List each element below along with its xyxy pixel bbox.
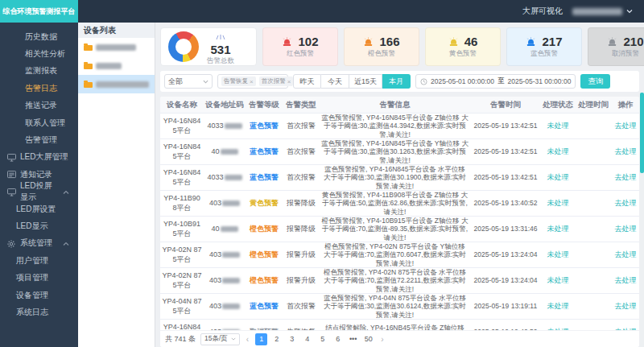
device-name: YP4-10B915平台 [160,217,204,242]
page-button-3[interactable]: 3 [286,333,298,345]
handle-status: 未处理 [541,217,575,242]
handle-action-link[interactable]: 去处理 [612,217,639,242]
page-button-5[interactable]: 5 [316,333,328,345]
user-menu[interactable] [572,8,633,15]
address-visible: 403 [209,302,221,311]
sidebar-item-LED屏设置[interactable]: LED屏设置 [0,200,78,217]
alert-level: 蓝色预警 [246,294,283,319]
stats-row: 531 告警总数 102红色预警166橙色预警46黄色预警217蓝色预警210取… [160,27,639,66]
sidebar-item-label: 联系人管理 [25,118,65,129]
handle-action-link[interactable]: 去处理 [612,268,639,293]
vertical-scrollbar[interactable] [640,93,644,347]
handle-action-link[interactable]: 去处理 [612,191,639,216]
device-tree-item-2[interactable] [78,56,155,75]
big-screen-link[interactable]: 大屏可视化 [522,6,563,17]
date-range-picker[interactable]: 2025-05-01 00:00:00 至 2025-05-31 00:00:0… [415,74,576,89]
sidebar-item-label: 用户管理 [16,255,48,266]
alert-time: 2025-05-19 13:42:51 [470,165,541,190]
stat-value: 102 [298,35,318,48]
sidebar-item-LED投屏显示[interactable]: LED投屏显示 [0,184,78,200]
range-button-今天[interactable]: 今天 [321,74,349,89]
page-button-6[interactable]: 6 [332,333,344,345]
scrollbar-thumb[interactable] [640,93,644,173]
device-list-title: 设备列表 [78,23,155,38]
device-tree-item-3[interactable] [78,75,155,93]
filter-tag-告警恢复[interactable]: 告警恢复× [221,76,256,86]
prev-page-button[interactable]: ‹ [245,335,250,344]
search-button[interactable]: 查询 [580,74,610,89]
handle-action-link[interactable]: 去处理 [612,114,639,138]
column-header-告警时间: 告警时间 [470,97,541,113]
tag-close-icon[interactable]: × [287,78,291,85]
page-button-1[interactable]: 1 [255,333,267,345]
sidebar-item-系统管理[interactable]: 系统管理 [0,235,78,252]
scope-select[interactable]: 全部 [164,74,213,89]
sidebar-item-LED显示[interactable]: LED显示 [0,217,78,234]
device-address: 40 [204,139,246,164]
address-redacted [222,304,240,309]
handle-action-link[interactable]: 去处理 [612,242,639,267]
sidebar-item-监测报表[interactable]: 监测报表 [0,63,78,80]
page-button-4[interactable]: 4 [301,333,313,345]
next-page-button[interactable]: › [379,335,385,344]
stat-value: 217 [542,35,562,48]
sidebar-item-用户管理[interactable]: 用户管理 [0,252,78,269]
device-address: 403 [204,294,246,319]
tag-close-icon[interactable]: × [250,78,254,85]
sidebar-item-相关性分析[interactable]: 相关性分析 [0,45,78,62]
range-button-昨天[interactable]: 昨天 [293,74,321,89]
total-alerts-label: 告警总数 [207,56,234,66]
pagination-bar: 共 741 条 15条/页 ‹ 123456•••50 › [160,330,639,347]
alert-info: 橙色预警报警, YP4-02N 875平台设备 Y轴位移 大于等于阈值:70,监… [320,242,470,267]
device-address: 4033 [204,114,246,138]
alert-time: 2025-05-19 13:24:04 [470,268,541,293]
handle-action-link[interactable]: 去处理 [612,139,639,164]
sidebar-item-LED大屏管理[interactable]: LED大屏管理 [0,149,78,166]
alarm-type-multiselect[interactable]: 告警恢复×首次报警× [217,74,288,89]
range-button-本月[interactable]: 本月 [382,74,411,89]
siren-icon [526,36,536,47]
sidebar-item-项目管理[interactable]: 项目管理 [0,269,78,286]
alert-table: 设备名称设备地址码告警等级告警类型告警信息告警时间处理状态处理时间操作 YP4-… [160,97,639,347]
stat-value: 210 [623,35,643,48]
sidebar-item-告警日志[interactable]: 告警日志 [0,80,78,97]
sidebar-item-设备管理[interactable]: 设备管理 [0,287,78,304]
sidebar-item-label: 告警管理 [25,134,57,146]
stat-label: 橙色预警 [368,49,395,59]
sidebar-item-系统日志[interactable]: 系统日志 [0,304,78,320]
scope-select-value: 全部 [168,76,200,87]
handle-action-link[interactable]: 去处理 [612,165,639,190]
sidebar-item-告警管理[interactable]: 告警管理 [0,131,78,148]
address-redacted [222,278,240,283]
range-button-近15天[interactable]: 近15天 [349,74,382,89]
tag-label: 告警恢复 [224,77,248,85]
device-tree-item-1[interactable] [78,38,155,56]
alert-type: 首次报警 [283,139,320,164]
device-address: 403 [204,268,246,293]
handle-status: 未处理 [541,294,575,319]
filter-toolbar: 全部 告警恢复×首次报警× 昨天今天近15天本月 2025-05-01 00:0… [160,71,639,92]
table-row: YP4-02N 875平台403橙色预警报警升级橙色预警报警, YP4-02N … [160,268,639,294]
device-name: YP4-02N 875平台 [160,268,204,293]
sidebar-item-label: LED大屏管理 [20,151,68,163]
handle-action-link[interactable]: 去处理 [612,294,639,319]
filter-tag-首次报警[interactable]: 首次报警× [259,76,294,86]
sidebar-item-联系人管理[interactable]: 联系人管理 [0,114,78,131]
clock-icon [420,78,427,85]
quick-range-buttons: 昨天今天近15天本月 [293,74,411,89]
app-header: 综合环境预警测报平台 大屏可视化 [0,0,644,23]
device-address: 403 [204,242,246,267]
page-size-select[interactable]: 15条/页 [200,333,240,345]
username-redacted [572,8,622,15]
address-redacted [222,252,240,258]
siren-icon [607,36,617,47]
handle-status: 未处理 [541,242,575,267]
page-button-50[interactable]: 50 [362,333,374,345]
alert-type: 首次报警 [283,165,320,190]
device-name: YP4-04N 875平台 [160,294,204,319]
sidebar-item-历史数据[interactable]: 历史数据 [0,28,78,45]
stat-card-蓝色预警: 217蓝色预警 [506,27,582,66]
sidebar-item-推送记录[interactable]: 推送记录 [0,97,78,114]
handle-status: 未处理 [541,268,575,293]
page-button-2[interactable]: 2 [270,333,283,345]
